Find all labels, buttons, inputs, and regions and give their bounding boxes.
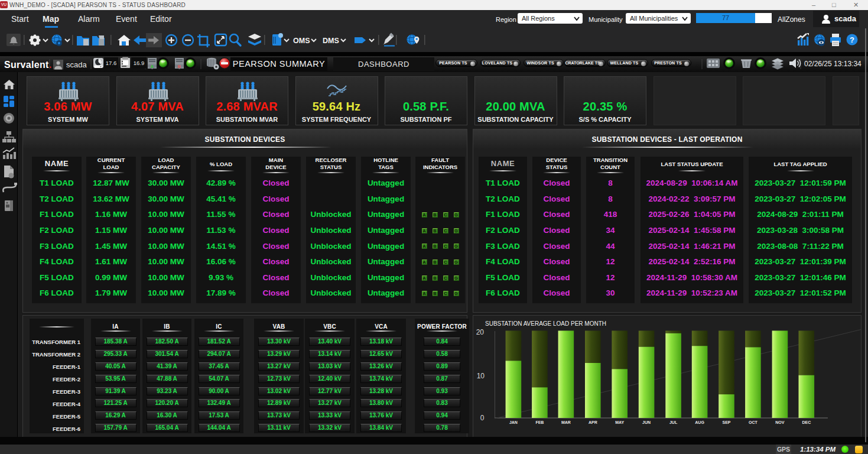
svg-text:?: ? [850,35,854,44]
svg-text:0: 0 [480,414,485,422]
svg-text:APR: APR [589,420,597,424]
svg-text:MAR: MAR [561,420,571,424]
svg-text:SEP: SEP [722,420,730,424]
svg-text:DEC: DEC [802,420,811,424]
svg-text:10: 10 [477,372,485,380]
svg-text:JAN: JAN [509,420,518,424]
svg-text:16.9: 16.9 [134,60,145,66]
svg-text:B: B [178,64,181,69]
svg-text:A: A [151,64,154,69]
svg-text:JUL: JUL [669,420,678,424]
svg-text:OMS: OMS [293,37,310,45]
svg-text:DMS: DMS [323,37,339,45]
svg-text:FEB: FEB [535,420,544,424]
svg-text:17.6: 17.6 [106,60,117,66]
svg-text:AUG: AUG [695,420,704,424]
svg-text:NOV: NOV [775,420,785,424]
svg-text:MAY: MAY [615,420,624,424]
svg-text:OCT: OCT [749,420,758,424]
svg-text:20: 20 [476,328,485,336]
svg-text:JUN: JUN [642,420,651,424]
